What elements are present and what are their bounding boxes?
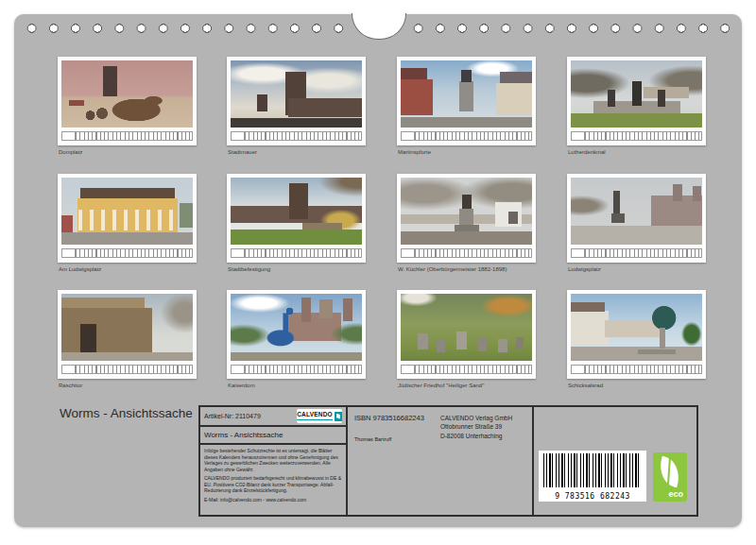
eco-logo: eco — [653, 452, 687, 502]
barcode-digits: 9 783516 682243 — [539, 492, 646, 501]
product-title: Worms - Ansichtssache — [200, 427, 346, 445]
author-name: Thomas Bartruff — [354, 436, 391, 442]
photo-lutherdenkmal — [571, 60, 702, 128]
article-row: Artikel-Nr: 2110479 CALVENDO — [200, 407, 346, 427]
punch-holes-right — [407, 23, 736, 34]
mini-calendar-strip — [401, 248, 532, 258]
photo-kaiserdom — [231, 294, 362, 361]
thumbnail-cell: Jüdischer Friedhof "Heiliger Sand" — [397, 290, 536, 389]
photo-domplatz — [61, 60, 193, 128]
thumbnail-cell: Stadtmauer — [227, 57, 366, 156]
mini-calendar-strip — [571, 365, 702, 374]
publisher-name: CALVENDO Verlag GmbH — [440, 414, 512, 422]
photo-martinspforte — [401, 60, 532, 128]
eco-label: eco — [668, 489, 683, 499]
thumbnail-page — [227, 290, 366, 379]
photo-kuechler-denkmal — [401, 178, 532, 245]
photo-ludwigsplatz — [571, 178, 702, 245]
thumbnail-page — [58, 174, 197, 263]
photo-stadtbefestigung — [231, 178, 362, 245]
thumbnail-caption: Stadtbefestigung — [227, 266, 366, 273]
mini-calendar-strip — [61, 365, 193, 374]
thumbnail-cell: Stadtbefestigung — [227, 174, 366, 273]
thumbnail-caption: Am Ludwigsplatz — [58, 266, 197, 273]
thumbnail-caption: Kaiserdom — [227, 383, 366, 389]
calvendo-logo-mark-icon — [335, 412, 342, 421]
barcode-column: 9 783516 682243 eco — [534, 407, 696, 515]
thumbnail-caption: W. Küchler (Oberbürgermeister 1882-1898) — [397, 266, 536, 273]
thumbnail-cell: W. Küchler (Oberbürgermeister 1882-1898) — [397, 174, 536, 273]
thumbnail-caption: Ludwigsplatz — [567, 266, 706, 273]
product-info-column: Artikel-Nr: 2110479 CALVENDO Worms - Ans… — [200, 407, 348, 515]
punch-holes-left — [21, 23, 350, 34]
thumbnail-cell: Domplatz — [58, 57, 197, 156]
thumbnail-caption: Schicksalsrad — [567, 383, 706, 389]
thumbnail-page — [567, 174, 706, 263]
barcode: 9 783516 682243 — [539, 451, 646, 502]
publisher-street: Ottobrunner Straße 39 — [440, 422, 512, 431]
thumbnail-caption: Jüdischer Friedhof "Heiliger Sand" — [397, 383, 536, 389]
mini-calendar-strip — [571, 248, 702, 258]
leaf-icon — [656, 456, 683, 488]
product-info-table: Artikel-Nr: 2110479 CALVENDO Worms - Ans… — [198, 405, 698, 517]
mini-calendar-strip — [401, 365, 532, 374]
isbn-number: ISBN 9783516682243 — [354, 414, 424, 422]
thumbnail-cell: Schicksalsrad — [567, 290, 706, 389]
thumbnail-page — [227, 57, 366, 145]
barcode-bars — [543, 453, 642, 487]
legal-paragraph: CALVENDO produziert bedarfsgerecht und k… — [204, 475, 342, 494]
article-number: Artikel-Nr: 2110479 — [204, 413, 261, 419]
mini-calendar-strip — [571, 131, 702, 141]
mini-calendar-strip — [231, 131, 362, 141]
thumbnail-caption: Stadtmauer — [227, 149, 366, 156]
publisher-city: D-82008 Unterhaching — [440, 432, 512, 440]
thumbnail-page — [58, 290, 197, 379]
thumbnail-page — [397, 174, 536, 263]
thumbnail-caption: Lutherdenkmal — [567, 149, 706, 156]
photo-schicksalsrad — [571, 294, 702, 361]
mini-calendar-strip — [61, 248, 193, 258]
photo-juedischer-friedhof — [401, 294, 532, 361]
photo-am-ludwigsplatz — [61, 178, 193, 245]
legal-paragraph: E-Mail: info@calvendo.com - www.calvendo… — [204, 497, 342, 503]
thumbnail-page — [397, 290, 536, 379]
thumbnail-page — [567, 290, 706, 379]
calendar-back-page: Domplatz Stadtmauer Martinspforte Luther… — [0, 0, 756, 545]
legal-paragraph: Infolge bestehender Schutzrechte ist es … — [204, 448, 342, 472]
thumbnail-page — [58, 57, 197, 145]
thumbnail-caption: Domplatz — [58, 149, 197, 156]
thumbnail-cell: Ludwigsplatz — [567, 174, 706, 273]
mini-calendar-strip — [401, 131, 532, 141]
thumbnail-page — [227, 174, 366, 263]
isbn-publisher-column: ISBN 9783516682243 CALVENDO Verlag GmbH … — [348, 407, 534, 515]
thumbnail-page — [567, 57, 706, 145]
photo-stadtmauer — [231, 60, 362, 128]
thumbnail-cell: Am Ludwigsplatz — [58, 174, 197, 273]
thumbnail-caption: Martinspforte — [397, 149, 536, 156]
thumbnail-cell: Raschitor — [58, 290, 197, 389]
photo-raschitor — [61, 294, 193, 361]
thumbnail-cell: Kaiserdom — [227, 290, 366, 389]
mini-calendar-strip — [231, 365, 362, 374]
mini-calendar-strip — [61, 131, 193, 141]
thumbnail-caption: Raschitor — [58, 383, 197, 389]
calvendo-logo: CALVENDO — [297, 409, 342, 423]
page-title: Worms - Ansichtssache — [60, 406, 193, 420]
mini-calendar-strip — [231, 248, 362, 258]
thumbnail-cell: Martinspforte — [397, 57, 536, 156]
thumbnail-page — [397, 57, 536, 145]
legal-text: Infolge bestehender Schutzrechte ist es … — [200, 445, 346, 508]
publisher-address: CALVENDO Verlag GmbH Ottobrunner Straße … — [440, 414, 512, 440]
calvendo-wordmark: CALVENDO — [297, 412, 333, 420]
thumbnail-cell: Lutherdenkmal — [567, 57, 706, 156]
